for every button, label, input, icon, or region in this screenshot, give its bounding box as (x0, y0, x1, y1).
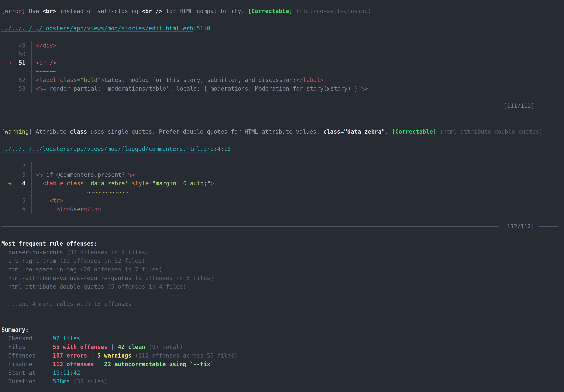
blank-line (1, 308, 564, 317)
text-segment: Duration (1, 378, 53, 385)
text-segment: @commenters.present? (53, 171, 128, 178)
blank-line (1, 317, 564, 325)
text-segment: <%= (36, 85, 46, 92)
text-segment (145, 344, 149, 350)
gutter: 6 (1, 205, 26, 214)
summary-row-checked: Checked 97 files (1, 334, 564, 343)
blank-line (1, 136, 564, 145)
text-segment: 15 (224, 146, 231, 152)
line-number: 2 (22, 163, 26, 169)
progress-divider-112: [112/112] (1, 222, 564, 231)
offense-pointer-arrow-icon: → (8, 59, 11, 67)
text-segment: <br /> (142, 8, 162, 14)
text-segment: ~~~~~~~~~~~~ (87, 189, 128, 195)
line-number: 51 (19, 59, 26, 66)
text-segment: <% (36, 171, 43, 178)
blank-line (1, 110, 564, 119)
rule-offense-item: parser-no-errors (33 offenses in 9 files… (1, 248, 564, 257)
text-segment: (112 offenses across 55 files) (135, 352, 238, 359)
text-segment: : (193, 25, 197, 32)
code-line-51-highlighted: →51<br /> (1, 59, 564, 67)
text-segment: = (77, 77, 80, 83)
divider-line-right (539, 226, 559, 227)
text-segment: 51 (197, 25, 203, 32)
code-line-5: 5 <tr> (1, 196, 564, 205)
text-segment: Most frequent rule offenses: (1, 240, 97, 247)
blank-line (1, 119, 564, 127)
text-segment: %> (128, 171, 135, 178)
text-segment: [Correctable] (248, 8, 293, 14)
text-segment: erb-right-trim (1, 257, 60, 264)
gutter: 52 (1, 76, 26, 84)
text-segment: (97 total) (149, 344, 183, 350)
gutter: 50 (1, 50, 26, 59)
text-segment: User (70, 206, 84, 213)
text-segment: <br /> (36, 59, 56, 66)
text-segment: (33 offenses in 9 files) (67, 249, 149, 256)
line-number: 5 (22, 197, 26, 204)
text-segment: warning (5, 128, 29, 135)
offense-pointer-arrow-icon: → (8, 179, 11, 188)
text-segment: " (207, 180, 211, 187)
line-number: 53 (19, 85, 26, 92)
gutter: →51 (1, 59, 26, 67)
squiggle-underline-error: ~~~~~~ (1, 67, 564, 76)
text-segment: class="data zebra" (323, 128, 385, 135)
progress-counter: [112/112] (504, 222, 534, 231)
code-content: </div> (31, 41, 564, 50)
text-segment (131, 352, 135, 359)
code-line-49: 49</div> (1, 41, 564, 50)
code-content: <br /> (31, 59, 564, 67)
text-segment: 5 warnings (97, 352, 131, 359)
gutter: 5 (1, 196, 26, 205)
text-segment: </label> (296, 77, 324, 83)
text-segment (43, 171, 46, 178)
error-message-line: [error] Use <br> instead of self-closing… (1, 7, 564, 15)
text-segment: class (60, 77, 77, 83)
text-segment: [ (1, 8, 5, 14)
blank-line (1, 231, 564, 239)
progress-divider-111: [111/112] (1, 102, 564, 110)
text-segment (36, 197, 49, 204)
text-segment: | (94, 361, 104, 367)
blank-line (1, 93, 564, 102)
code-line-52: 52<label class="bold">Latest modlog for … (1, 76, 564, 84)
blank-line (1, 291, 564, 300)
text-segment: %> (361, 85, 368, 92)
rule-offense-item: erb-right-trim (32 offenses in 32 files) (1, 257, 564, 265)
text-segment: > (211, 180, 214, 187)
file-path-link-edit-html-erb[interactable]: ../../../../lobsters/app/views/mod/stori… (1, 24, 564, 33)
text-segment: </th> (84, 206, 101, 213)
text-segment: <label (36, 77, 56, 83)
text-segment: (20 offenses in 7 files) (80, 266, 162, 273)
divider-line-left (1, 226, 499, 227)
code-content: <table class='data zebra' style="margin:… (31, 179, 564, 188)
text-segment: (35 rules) (73, 378, 108, 385)
summary-row-duration: Duration 588ms (35 rules) (1, 377, 564, 386)
text-segment (36, 206, 56, 213)
divider-line-right (539, 106, 559, 106)
text-segment: ../../../../lobsters/app/views/mod/stori… (1, 25, 193, 32)
text-segment: (5 offenses in 4 files) (108, 283, 186, 290)
text-segment: : (214, 146, 217, 152)
text-segment: ~~~~~~ (36, 68, 56, 75)
blank-line (1, 15, 564, 24)
code-content: ~~~~~~ (31, 67, 564, 76)
text-segment: 0 (207, 25, 210, 32)
text-segment: class (70, 128, 87, 135)
text-segment: error (5, 8, 22, 14)
text-segment: (32 offenses in 32 files) (60, 257, 145, 264)
text-segment: html-attribute-values-require-quotes (1, 275, 135, 282)
text-segment: 97 files (53, 335, 80, 342)
rule-offenses-heading: Most frequent rule offenses: (1, 239, 564, 248)
text-segment: 42 clean (118, 344, 145, 350)
line-number: 52 (19, 77, 26, 83)
text-segment: ; (204, 180, 207, 187)
text-segment: (html-attribute-double-quotes) (440, 128, 542, 135)
text-segment: Offenses (1, 352, 53, 359)
text-segment: ] Attribute (29, 128, 70, 135)
text-segment (36, 180, 43, 187)
blank-line (1, 214, 564, 222)
text-segment (436, 128, 440, 135)
file-path-link-commenters-html-erb[interactable]: ../../../../lobsters/app/views/mod/flagg… (1, 145, 564, 153)
